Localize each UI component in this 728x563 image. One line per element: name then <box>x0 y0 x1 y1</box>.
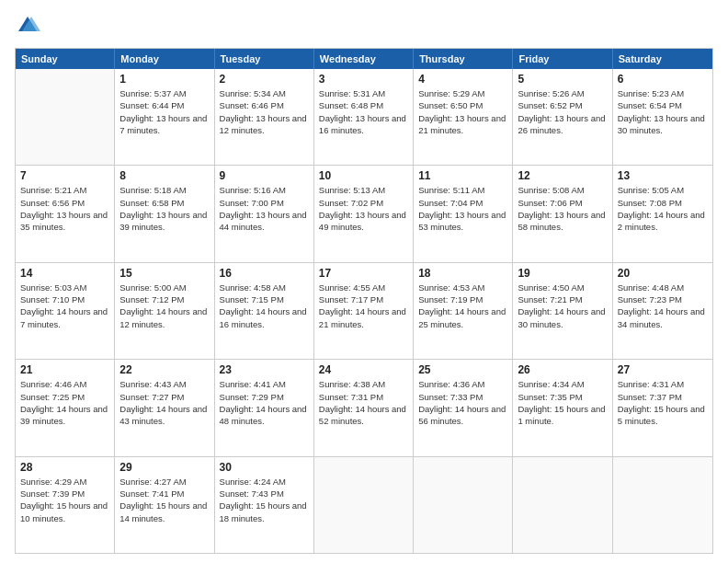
cell-info: Sunrise: 4:31 AMSunset: 7:37 PMDaylight:… <box>618 378 708 427</box>
cell-info: Sunrise: 4:43 AMSunset: 7:27 PMDaylight:… <box>119 378 209 427</box>
calendar-cell-29: 29Sunrise: 4:27 AMSunset: 7:41 PMDayligh… <box>115 457 214 553</box>
calendar-body: 1Sunrise: 5:37 AMSunset: 6:44 PMDaylight… <box>16 69 712 553</box>
calendar-cell-19: 19Sunrise: 4:50 AMSunset: 7:21 PMDayligh… <box>513 263 612 359</box>
calendar-cell-18: 18Sunrise: 4:53 AMSunset: 7:19 PMDayligh… <box>414 263 513 359</box>
header-day-thursday: Thursday <box>414 49 513 69</box>
calendar-cell-4: 4Sunrise: 5:29 AMSunset: 6:50 PMDaylight… <box>414 69 513 165</box>
calendar-cell-5: 5Sunrise: 5:26 AMSunset: 6:52 PMDaylight… <box>513 69 612 165</box>
cell-info: Sunrise: 4:24 AMSunset: 7:43 PMDaylight:… <box>220 476 309 524</box>
cell-info: Sunrise: 5:29 AMSunset: 6:50 PMDaylight:… <box>418 87 507 136</box>
calendar-cell-6: 6Sunrise: 5:23 AMSunset: 6:54 PMDaylight… <box>613 69 712 165</box>
calendar-row-2: 14Sunrise: 5:03 AMSunset: 7:10 PMDayligh… <box>16 262 712 359</box>
cell-info: Sunrise: 5:16 AMSunset: 7:00 PMDaylight:… <box>220 184 309 233</box>
cell-info: Sunrise: 4:46 AMSunset: 7:25 PMDaylight:… <box>20 378 109 427</box>
calendar-cell-23: 23Sunrise: 4:41 AMSunset: 7:29 PMDayligh… <box>215 360 314 455</box>
calendar-cell-10: 10Sunrise: 5:13 AMSunset: 7:02 PMDayligh… <box>314 166 414 261</box>
day-number: 19 <box>518 267 607 280</box>
day-number: 7 <box>20 169 109 182</box>
day-number: 6 <box>618 73 708 86</box>
calendar-cell-8: 8Sunrise: 5:18 AMSunset: 6:58 PMDaylight… <box>115 166 214 261</box>
calendar: SundayMondayTuesdayWednesdayThursdayFrid… <box>15 48 713 554</box>
day-number: 29 <box>119 461 209 474</box>
day-number: 8 <box>119 169 209 182</box>
day-number: 11 <box>418 169 507 182</box>
calendar-cell-22: 22Sunrise: 4:43 AMSunset: 7:27 PMDayligh… <box>115 360 214 455</box>
day-number: 22 <box>119 363 209 376</box>
day-number: 14 <box>20 267 109 280</box>
day-number: 18 <box>418 267 507 280</box>
cell-info: Sunrise: 5:23 AMSunset: 6:54 PMDaylight:… <box>618 87 708 136</box>
calendar-cell-28: 28Sunrise: 4:29 AMSunset: 7:39 PMDayligh… <box>16 457 115 553</box>
day-number: 26 <box>518 363 607 376</box>
header-day-wednesday: Wednesday <box>314 49 414 69</box>
cell-info: Sunrise: 5:37 AMSunset: 6:44 PMDaylight:… <box>119 87 209 136</box>
calendar-cell-empty-0-0 <box>16 69 115 165</box>
day-number: 15 <box>119 267 209 280</box>
day-number: 24 <box>319 363 408 376</box>
day-number: 16 <box>220 267 309 280</box>
cell-info: Sunrise: 4:29 AMSunset: 7:39 PMDaylight:… <box>20 476 109 524</box>
calendar-row-4: 28Sunrise: 4:29 AMSunset: 7:39 PMDayligh… <box>16 456 712 553</box>
calendar-cell-7: 7Sunrise: 5:21 AMSunset: 6:56 PMDaylight… <box>16 166 115 261</box>
cell-info: Sunrise: 5:26 AMSunset: 6:52 PMDaylight:… <box>518 87 607 136</box>
calendar-cell-25: 25Sunrise: 4:36 AMSunset: 7:33 PMDayligh… <box>414 360 513 455</box>
calendar-row-0: 1Sunrise: 5:37 AMSunset: 6:44 PMDaylight… <box>16 69 712 165</box>
day-number: 21 <box>20 363 109 376</box>
header-day-saturday: Saturday <box>613 49 712 69</box>
day-number: 2 <box>220 73 309 86</box>
day-number: 23 <box>220 363 309 376</box>
day-number: 20 <box>618 267 708 280</box>
calendar-cell-26: 26Sunrise: 4:34 AMSunset: 7:35 PMDayligh… <box>513 360 612 455</box>
cell-info: Sunrise: 5:18 AMSunset: 6:58 PMDaylight:… <box>119 184 209 233</box>
day-number: 30 <box>220 461 309 474</box>
cell-info: Sunrise: 4:41 AMSunset: 7:29 PMDaylight:… <box>220 378 309 427</box>
calendar-cell-16: 16Sunrise: 4:58 AMSunset: 7:15 PMDayligh… <box>215 263 314 359</box>
cell-info: Sunrise: 4:50 AMSunset: 7:21 PMDaylight:… <box>518 282 607 330</box>
cell-info: Sunrise: 4:36 AMSunset: 7:33 PMDaylight:… <box>418 378 507 427</box>
calendar-row-3: 21Sunrise: 4:46 AMSunset: 7:25 PMDayligh… <box>16 359 712 455</box>
calendar-cell-17: 17Sunrise: 4:55 AMSunset: 7:17 PMDayligh… <box>314 263 414 359</box>
logo-icon <box>15 13 40 39</box>
day-number: 25 <box>418 363 507 376</box>
calendar-cell-20: 20Sunrise: 4:48 AMSunset: 7:23 PMDayligh… <box>613 263 712 359</box>
calendar-cell-11: 11Sunrise: 5:11 AMSunset: 7:04 PMDayligh… <box>414 166 513 261</box>
calendar-cell-empty-4-4 <box>414 457 513 553</box>
calendar-cell-13: 13Sunrise: 5:05 AMSunset: 7:08 PMDayligh… <box>613 166 712 261</box>
calendar-cell-14: 14Sunrise: 5:03 AMSunset: 7:10 PMDayligh… <box>16 263 115 359</box>
day-number: 13 <box>618 169 708 182</box>
calendar-cell-empty-4-3 <box>314 457 414 553</box>
day-number: 28 <box>20 461 109 474</box>
header-day-sunday: Sunday <box>16 49 115 69</box>
calendar-cell-1: 1Sunrise: 5:37 AMSunset: 6:44 PMDaylight… <box>115 69 214 165</box>
cell-info: Sunrise: 5:11 AMSunset: 7:04 PMDaylight:… <box>418 184 507 233</box>
calendar-cell-15: 15Sunrise: 5:00 AMSunset: 7:12 PMDayligh… <box>115 263 214 359</box>
day-number: 27 <box>618 363 708 376</box>
calendar-cell-empty-4-6 <box>613 457 712 553</box>
cell-info: Sunrise: 5:34 AMSunset: 6:46 PMDaylight:… <box>220 87 309 136</box>
cell-info: Sunrise: 5:31 AMSunset: 6:48 PMDaylight:… <box>319 87 408 136</box>
cell-info: Sunrise: 4:53 AMSunset: 7:19 PMDaylight:… <box>418 282 507 330</box>
cell-info: Sunrise: 4:38 AMSunset: 7:31 PMDaylight:… <box>319 378 408 427</box>
day-number: 9 <box>220 169 309 182</box>
cell-info: Sunrise: 4:58 AMSunset: 7:15 PMDaylight:… <box>220 282 309 330</box>
header-day-monday: Monday <box>115 49 214 69</box>
cell-info: Sunrise: 5:00 AMSunset: 7:12 PMDaylight:… <box>119 282 209 330</box>
day-number: 10 <box>319 169 408 182</box>
logo <box>15 13 44 39</box>
cell-info: Sunrise: 4:27 AMSunset: 7:41 PMDaylight:… <box>119 476 209 524</box>
cell-info: Sunrise: 5:03 AMSunset: 7:10 PMDaylight:… <box>20 282 109 330</box>
cell-info: Sunrise: 5:05 AMSunset: 7:08 PMDaylight:… <box>618 184 708 233</box>
header <box>15 13 713 39</box>
calendar-row-1: 7Sunrise: 5:21 AMSunset: 6:56 PMDaylight… <box>16 165 712 261</box>
header-day-tuesday: Tuesday <box>215 49 314 69</box>
cell-info: Sunrise: 4:55 AMSunset: 7:17 PMDaylight:… <box>319 282 408 330</box>
cell-info: Sunrise: 4:34 AMSunset: 7:35 PMDaylight:… <box>518 378 607 427</box>
header-day-friday: Friday <box>513 49 612 69</box>
calendar-cell-empty-4-5 <box>513 457 612 553</box>
cell-info: Sunrise: 5:08 AMSunset: 7:06 PMDaylight:… <box>518 184 607 233</box>
day-number: 17 <box>319 267 408 280</box>
calendar-cell-27: 27Sunrise: 4:31 AMSunset: 7:37 PMDayligh… <box>613 360 712 455</box>
cell-info: Sunrise: 5:21 AMSunset: 6:56 PMDaylight:… <box>20 184 109 233</box>
calendar-header: SundayMondayTuesdayWednesdayThursdayFrid… <box>16 49 712 69</box>
calendar-cell-2: 2Sunrise: 5:34 AMSunset: 6:46 PMDaylight… <box>215 69 314 165</box>
